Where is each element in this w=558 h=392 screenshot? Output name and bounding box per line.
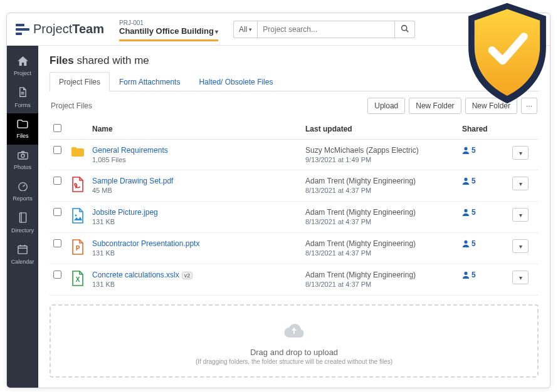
col-name: Name [88,119,302,140]
ppt-file-icon: P [67,233,88,264]
svg-point-15 [75,215,77,217]
sidebar-item-reports[interactable]: Reports [7,176,38,207]
search-button[interactable] [395,21,415,38]
upload-button[interactable]: Upload [367,98,405,114]
search-icon [401,24,409,33]
sidebar-item-photos[interactable]: Photos [7,145,38,176]
svg-point-13 [464,147,467,150]
new-folder-button[interactable]: New Folder [409,98,461,114]
sidebar-item-label: Directory [11,227,34,234]
calendar-icon [18,244,28,257]
cloud-upload-icon [57,322,531,344]
updated-at: 8/13/2021 at 4:37 PM [305,187,455,194]
panel-label: Project Files [51,101,92,110]
updated-at: 8/13/2021 at 4:37 PM [305,249,455,257]
select-all-checkbox[interactable] [53,124,61,132]
folder-file-icon [67,140,88,170]
file-meta: 131 KB [92,218,298,225]
table-row: General Requirements1,085 FilesSuzy McMi… [50,140,539,170]
row-checkbox[interactable] [53,146,61,154]
tab-form-attachments[interactable]: Form Attachments [110,72,189,91]
doc-icon [18,87,27,100]
updated-by: Adam Trent (Mighty Engineering) [305,239,455,248]
svg-point-16 [464,209,467,212]
sidebar: ProjectFormsFilesPhotosReportsDirectoryC… [7,46,38,388]
sidebar-item-label: Project [14,70,31,76]
pdf-file-icon [67,170,88,202]
row-menu-button[interactable]: ▾ [512,208,529,222]
logo-text-1: Project [33,22,72,36]
row-checkbox[interactable] [53,239,61,247]
sidebar-item-label: Calendar [11,259,34,265]
security-shield-badge [460,0,554,106]
caret-down-icon: ▾ [215,28,218,35]
table-row: Sample Drawing Set.pdf45 MBAdam Trent (M… [50,170,539,202]
col-shared: Shared [458,119,508,140]
app-logo: ProjectTeam [16,22,104,36]
file-name-link[interactable]: Concrete calculations.xslx [92,271,179,279]
shared-count[interactable]: 5 [462,177,505,185]
updated-at: 8/13/2021 at 4:37 PM [305,218,455,225]
book-icon [18,212,28,225]
svg-point-5 [21,154,24,157]
shared-count[interactable]: 5 [462,239,505,248]
sidebar-item-files[interactable]: Files [7,113,38,145]
svg-rect-4 [18,152,27,158]
search-input[interactable] [257,21,395,38]
table-row: PSubcontractor Presentation.pptx131 KBAd… [50,233,539,264]
row-menu-button[interactable]: ▾ [512,146,529,160]
updated-by: Adam Trent (Mighty Engineering) [305,177,455,185]
shared-count[interactable]: 5 [462,271,505,279]
image-file-icon [67,202,88,233]
row-menu-button[interactable]: ▾ [512,177,529,190]
file-name-link[interactable]: Subcontractor Presentation.pptx [92,239,199,248]
sidebar-item-label: Forms [14,102,31,108]
updated-by: Adam Trent (Mighty Engineering) [305,208,455,217]
upload-dropzone[interactable]: Drag and drop to upload (If dragging fol… [50,304,539,378]
updated-by: Adam Trent (Mighty Engineering) [305,271,455,279]
file-meta: 45 MB [92,187,298,194]
file-meta: 131 KB [92,249,298,257]
folder-icon [17,120,28,131]
sidebar-item-label: Files [16,133,28,139]
tab-project-files[interactable]: Project Files [50,72,110,91]
logo-mark-icon [16,23,29,36]
sidebar-item-calendar[interactable]: Calendar [7,239,38,270]
sidebar-item-forms[interactable]: Forms [7,82,38,113]
dropzone-subtext: (If dragging folders, the folder structu… [57,358,531,365]
shared-count[interactable]: 5 [462,208,505,217]
row-menu-button[interactable]: ▾ [512,271,529,284]
caret-down-icon: ▾ [249,26,252,33]
tab-halted-obsolete-files[interactable]: Halted/ Obsolete Files [189,72,282,91]
file-name-link[interactable]: Jobsite Picture.jpeg [92,208,158,217]
gauge-icon [18,182,28,193]
shared-count[interactable]: 5 [462,146,505,155]
col-updated: Last updated [302,119,458,140]
sidebar-item-project[interactable]: Project [7,51,38,82]
dropzone-text: Drag and drop to upload [57,348,531,357]
table-row: XConcrete calculations.xslxv2131 KBAdam … [50,264,539,296]
project-selector[interactable]: PRJ-001 Chantilly Office Building▾ [119,17,218,41]
updated-by: Suzy McMichaels (Zapps Electric) [305,146,455,155]
svg-point-18 [464,240,467,244]
row-menu-button[interactable]: ▾ [512,239,529,253]
svg-rect-9 [18,245,27,253]
updated-at: 9/13/2021 at 1:49 PM [305,156,455,163]
row-checkbox[interactable] [53,208,61,216]
row-checkbox[interactable] [53,177,61,185]
svg-text:X: X [76,276,80,283]
svg-text:P: P [76,245,80,252]
svg-point-0 [402,25,407,30]
sidebar-item-label: Reports [13,195,33,202]
svg-point-14 [464,178,467,181]
file-name-link[interactable]: Sample Drawing Set.pdf [92,177,173,185]
xls-file-icon: X [67,264,88,296]
sidebar-item-label: Photos [14,164,31,170]
row-checkbox[interactable] [53,271,61,279]
sidebar-item-directory[interactable]: Directory [7,207,38,239]
svg-rect-7 [19,213,26,222]
search-scope-dropdown[interactable]: All▾ [233,21,257,38]
camera-icon [18,151,28,162]
file-name-link[interactable]: General Requirements [92,146,168,155]
file-meta: 131 KB [92,281,298,288]
